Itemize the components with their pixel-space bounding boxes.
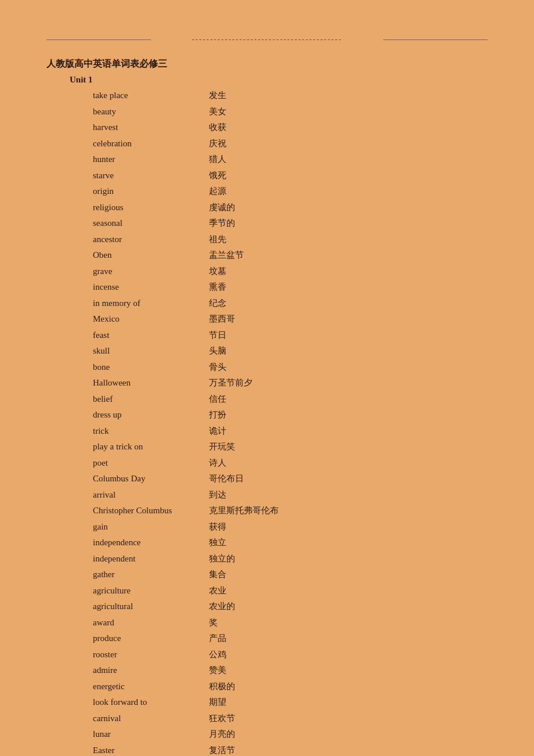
vocab-en: incense <box>93 280 209 295</box>
vocab-en: look forward to <box>93 695 209 710</box>
vocab-item: produce产品 <box>93 631 488 646</box>
vocab-cn: 哥伦布日 <box>209 471 244 487</box>
vocab-cn: 农业的 <box>209 599 235 614</box>
vocab-item: bone骨头 <box>93 360 488 375</box>
vocab-item: look forward to期望 <box>93 695 488 710</box>
vocab-en: seasonal <box>93 216 209 231</box>
vocab-en: hunter <box>93 152 209 167</box>
vocab-cn: 庆祝 <box>209 136 226 152</box>
vocab-cn: 熏香 <box>209 280 226 295</box>
vocab-en: belief <box>93 392 209 407</box>
vocab-cn: 美女 <box>209 105 226 120</box>
vocab-cn: 月亮的 <box>209 727 235 742</box>
vocab-cn: 赞美 <box>209 663 226 678</box>
vocab-cn: 独立的 <box>209 552 235 567</box>
vocab-en: agriculture <box>93 584 209 599</box>
vocab-en: play a trick on <box>93 440 209 455</box>
vocab-item: Columbus Day哥伦布日 <box>93 471 488 487</box>
vocab-en: independence <box>93 535 209 550</box>
vocab-cn: 坟墓 <box>209 264 226 279</box>
vocab-item: admire赞美 <box>93 663 488 678</box>
vocab-en: Christopher Columbus <box>93 503 209 519</box>
top-line-right <box>383 39 488 40</box>
vocab-item: celebration庆祝 <box>93 136 488 152</box>
vocab-item: gather集合 <box>93 567 488 582</box>
vocab-item: hunter猎人 <box>93 152 488 167</box>
vocab-en: arrival <box>93 488 209 503</box>
vocab-item: agricultural农业的 <box>93 599 488 614</box>
vocab-item: rooster公鸡 <box>93 647 488 663</box>
vocab-item: Oben盂兰盆节 <box>93 248 488 263</box>
vocab-en: carnival <box>93 711 209 726</box>
vocab-en: take place <box>93 88 209 103</box>
book-title: 人教版高中英语单词表必修三 <box>46 58 488 70</box>
vocab-item: belief信任 <box>93 392 488 407</box>
vocab-cn: 克里斯托弗哥伦布 <box>209 503 279 519</box>
vocab-en: trick <box>93 424 209 439</box>
vocab-en: lunar <box>93 727 209 742</box>
vocab-cn: 农业 <box>209 584 226 599</box>
vocab-item: Mexico墨西哥 <box>93 312 488 327</box>
vocab-en: beauty <box>93 105 209 120</box>
vocab-cn: 狂欢节 <box>209 711 235 726</box>
vocab-cn: 起源 <box>209 184 226 199</box>
vocab-en: produce <box>93 631 209 646</box>
vocab-item: independence独立 <box>93 535 488 550</box>
vocab-item: religious虔诚的 <box>93 200 488 215</box>
vocab-item: Christopher Columbus克里斯托弗哥伦布 <box>93 503 488 519</box>
vocab-cn: 期望 <box>209 695 226 710</box>
unit-title: Unit 1 <box>70 75 488 85</box>
vocab-en: origin <box>93 184 209 199</box>
vocab-item: beauty美女 <box>93 105 488 120</box>
vocab-en: ancestor <box>93 232 209 247</box>
vocab-en: Mexico <box>93 312 209 327</box>
vocab-cn: 开玩笑 <box>209 440 235 455</box>
vocab-item: harvest收获 <box>93 120 488 135</box>
vocab-cn: 祖先 <box>209 232 226 247</box>
vocab-item: lunar月亮的 <box>93 727 488 742</box>
vocab-cn: 头脑 <box>209 344 226 359</box>
vocab-cn: 积极的 <box>209 679 235 694</box>
vocab-item: Easter复活节 <box>93 743 488 757</box>
vocab-item: dress up打扮 <box>93 408 488 423</box>
vocab-en: Halloween <box>93 376 209 391</box>
vocab-cn: 打扮 <box>209 408 226 423</box>
vocab-item: grave坟墓 <box>93 264 488 279</box>
vocab-item: incense熏香 <box>93 280 488 295</box>
vocab-en: gather <box>93 567 209 582</box>
vocab-cn: 猎人 <box>209 152 226 167</box>
vocab-en: harvest <box>93 120 209 135</box>
vocab-cn: 信任 <box>209 392 226 407</box>
vocab-item: trick诡计 <box>93 424 488 439</box>
vocab-item: agriculture农业 <box>93 584 488 599</box>
vocab-en: Easter <box>93 743 209 757</box>
vocab-en: religious <box>93 200 209 215</box>
vocab-en: award <box>93 615 209 631</box>
vocab-en: gain <box>93 520 209 535</box>
vocab-cn: 虔诚的 <box>209 200 235 215</box>
vocab-cn: 公鸡 <box>209 647 226 663</box>
vocab-en: rooster <box>93 647 209 663</box>
vocab-en: starve <box>93 168 209 183</box>
vocab-item: origin起源 <box>93 184 488 199</box>
vocab-en: Oben <box>93 248 209 263</box>
vocab-item: poet诗人 <box>93 456 488 471</box>
vocab-item: seasonal季节的 <box>93 216 488 231</box>
vocab-item: gain获得 <box>93 520 488 535</box>
vocab-item: starve饿死 <box>93 168 488 183</box>
top-line-left <box>46 39 151 40</box>
vocab-cn: 墨西哥 <box>209 312 235 327</box>
vocab-en: poet <box>93 456 209 471</box>
vocab-item: ancestor祖先 <box>93 232 488 247</box>
vocab-cn: 饿死 <box>209 168 226 183</box>
vocab-en: dress up <box>93 408 209 423</box>
vocab-cn: 收获 <box>209 120 226 135</box>
vocab-item: energetic积极的 <box>93 679 488 694</box>
vocab-en: agricultural <box>93 599 209 614</box>
vocab-cn: 获得 <box>209 520 226 535</box>
vocab-item: skull头脑 <box>93 344 488 359</box>
vocab-item: in memory of纪念 <box>93 296 488 311</box>
vocab-cn: 盂兰盆节 <box>209 248 244 263</box>
page-container: ----------------------------------------… <box>0 0 534 756</box>
vocab-en: skull <box>93 344 209 359</box>
